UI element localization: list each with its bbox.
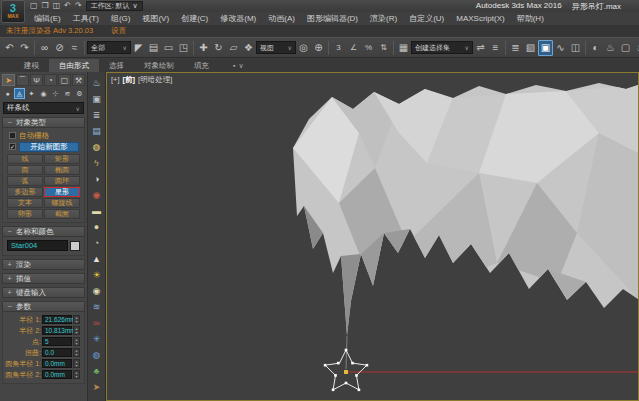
layer-list-icon[interactable]: ≣ [90,107,104,123]
undo-icon[interactable]: ↶ [64,1,71,11]
hierarchy-tab-icon[interactable]: Ψ [30,74,43,86]
ribbon-tab-object-paint[interactable]: 对象绘制 [134,59,184,72]
select-and-manipulate-icon[interactable]: ❖ [241,40,256,56]
display-icon[interactable]: ▣ [90,91,104,107]
menu-modifiers[interactable]: 修改器(M) [214,12,262,25]
ribbon-tab-freeform[interactable]: 自由形式 [49,59,99,72]
rendered-frame-icon[interactable]: ▢ [618,40,633,56]
ngon-button[interactable]: 多边形 [7,187,43,197]
object-type-rollout-header[interactable]: − 对象类型 [2,117,85,128]
distortion-field[interactable]: 0.0 [42,348,72,357]
radius2-spinner[interactable]: ▴▾ [73,326,80,335]
modify-tab-icon[interactable]: ⌒ [16,74,29,86]
new-file-icon[interactable]: ▢ [30,1,38,11]
interpolation-rollout-header[interactable]: + 插值 [2,273,85,284]
points-spinner[interactable]: ▴▾ [73,337,80,346]
ribbon-tab-modeling[interactable]: 建模 [14,59,49,72]
circle-button[interactable]: 圆 [7,165,43,175]
redo-icon[interactable]: ↷ [17,40,32,56]
distortion-spinner[interactable]: ▴▾ [73,348,80,357]
align-icon[interactable]: ≡ [488,40,503,56]
monitor-icon[interactable]: ▤ [90,123,104,139]
menu-graph-editors[interactable]: 图形编辑器(D) [301,12,364,25]
camera-icon[interactable]: ◉ [90,187,104,203]
arc-button[interactable]: 弧 [7,176,43,186]
egg-button[interactable]: 卵形 [7,209,43,219]
section-button[interactable]: 截面 [44,209,80,219]
redo-icon[interactable]: ↷ [75,1,82,11]
star-button[interactable]: 星形 [44,187,80,197]
viewport-pov-menu[interactable]: [前] [123,75,136,85]
select-and-scale-icon[interactable]: ▱ [226,40,241,56]
edit-named-sets-icon[interactable]: ▦ [396,40,411,56]
menu-rendering[interactable]: 渲染(R) [364,12,403,25]
menu-edit[interactable]: 编辑(E) [28,12,67,25]
spinner-snap-icon[interactable]: ⇅ [376,40,391,56]
waves-icon[interactable]: ≋ [90,299,104,315]
max-logo-button[interactable]: З MAX [1,0,25,23]
space-warps-category-icon[interactable]: ≋ [62,88,73,99]
open-file-icon[interactable]: ❒ [42,1,49,11]
menu-create[interactable]: 创建(C) [175,12,214,25]
schematic-view-icon[interactable]: ◫ [568,40,583,56]
object-name-field[interactable]: Star004 [7,240,68,251]
menu-tools[interactable]: 工具(T) [67,12,105,25]
ribbon-tab-selection[interactable]: 选择 [99,59,134,72]
fillet-radius1-spinner[interactable]: ▴▾ [73,359,80,368]
material-editor-icon[interactable]: ◐ [588,40,603,56]
sphere-primitive-icon[interactable]: ● [90,219,104,235]
cameras-category-icon[interactable]: ◉ [38,88,49,99]
pyramid-primitive-icon[interactable]: ▲ [90,251,104,267]
power-plug-icon[interactable]: ϟ [90,155,104,171]
menu-help[interactable]: 帮助(H) [511,12,550,25]
menu-views[interactable]: 视图(V) [136,12,175,25]
sun-icon[interactable]: ☀ [90,267,104,283]
create-tab-icon[interactable]: ➤ [2,74,15,86]
systems-category-icon[interactable]: ⚙ [74,88,85,99]
fillet-radius2-spinner[interactable]: ▴▾ [73,370,80,379]
disc-icon[interactable]: ◉ [90,283,104,299]
utilities-tab-icon[interactable]: ⚒ [72,74,85,86]
rectangular-selection-icon[interactable]: ▭ [161,40,176,56]
radius1-spinner[interactable]: ▴▾ [73,315,80,324]
percent-snap-icon[interactable]: % [361,40,376,56]
rendering-rollout-header[interactable]: + 渲染 [2,259,85,270]
select-and-rotate-icon[interactable]: ↻ [211,40,226,56]
scene-explorer-icon[interactable]: ▣ [538,40,553,56]
spotlight-icon[interactable]: ◑ [90,171,104,187]
foliage-icon[interactable]: ♣ [90,363,104,379]
motion-tab-icon[interactable]: ◔ [44,74,57,86]
select-by-name-icon[interactable]: ▤ [146,40,161,56]
save-file-icon[interactable]: ◫ [53,1,61,11]
shape-type-dropdown[interactable]: 样条线 ∨ [3,102,84,114]
parameters-rollout-header[interactable]: − 参数 [2,301,85,312]
select-and-link-icon[interactable]: ∞ [37,40,52,56]
ellipse-button[interactable]: 椭圆 [44,165,80,175]
text-button[interactable]: 文本 [7,198,43,208]
shapes-category-icon[interactable]: ◬ [14,88,25,99]
keyboard-entry-rollout-header[interactable]: + 键盘输入 [2,287,85,298]
selection-filter-dropdown[interactable]: 全部 ∨ [87,41,131,54]
select-and-place-icon[interactable]: ⊕ [311,40,326,56]
star-spline[interactable] [324,349,368,391]
rectangle-button[interactable]: 矩形 [44,154,80,164]
menu-customize[interactable]: 自定义(U) [403,12,450,25]
render-production-icon[interactable]: ♨ [633,40,639,56]
menu-group[interactable]: 组(G) [105,12,137,25]
ribbon-minimize-button[interactable]: ▪ ∨ [233,62,244,70]
layer-manager-icon[interactable]: ≣ [508,40,523,56]
start-new-shape-button[interactable]: 开始新图形 [19,142,79,152]
plane-primitive-icon[interactable]: ▬ [90,203,104,219]
geometry-category-icon[interactable]: ● [2,88,13,99]
render-setup-icon[interactable]: ♨ [603,40,618,56]
viewport-shading-menu[interactable]: [明暗处理] [138,75,172,85]
bind-to-space-warp-icon[interactable]: ≈ [67,40,82,56]
pot-primitive-icon[interactable]: ◔ [90,235,104,251]
menu-maxscript[interactable]: MAXScript(X) [450,12,510,25]
lightbulb-icon[interactable]: ◍ [90,139,104,155]
globe-icon[interactable]: ◍ [90,347,104,363]
autogrid-checkbox[interactable] [9,132,16,139]
angle-snap-icon[interactable]: ∠ [346,40,361,56]
window-crossing-icon[interactable]: ◳ [176,40,191,56]
unlink-selection-icon[interactable]: ⊘ [52,40,67,56]
